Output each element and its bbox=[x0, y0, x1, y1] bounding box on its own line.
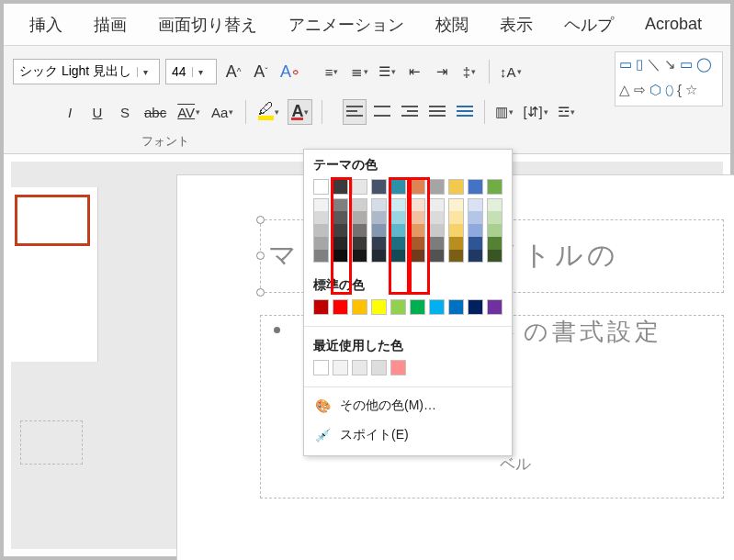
color-swatch[interactable] bbox=[313, 299, 329, 315]
color-swatch[interactable] bbox=[352, 250, 367, 263]
tab-insert[interactable]: 挿入 bbox=[29, 14, 62, 36]
color-swatch[interactable] bbox=[410, 198, 425, 211]
smartart-button[interactable]: ☲▾ bbox=[555, 99, 579, 125]
color-swatch[interactable] bbox=[487, 179, 503, 195]
text-shadow-button[interactable]: S bbox=[114, 99, 136, 125]
align-center-button[interactable] bbox=[370, 99, 394, 125]
eyedropper-item[interactable]: 💉 スポイト(E) bbox=[304, 420, 512, 450]
color-swatch[interactable] bbox=[313, 360, 329, 375]
more-colors-item[interactable]: 🎨 その他の色(M)… bbox=[304, 391, 512, 420]
text-direction-button[interactable]: ↕A▾ bbox=[497, 59, 525, 84]
color-swatch[interactable] bbox=[448, 299, 464, 315]
tab-transitions[interactable]: 画面切り替え bbox=[158, 14, 257, 36]
color-swatch[interactable] bbox=[429, 198, 445, 211]
color-swatch[interactable] bbox=[352, 224, 367, 237]
align-right-button[interactable] bbox=[398, 99, 422, 125]
color-swatch[interactable] bbox=[313, 237, 329, 250]
color-swatch[interactable] bbox=[410, 224, 425, 237]
thumbnail-pane[interactable] bbox=[11, 187, 98, 362]
color-swatch[interactable] bbox=[429, 250, 445, 263]
color-swatch[interactable] bbox=[429, 237, 445, 250]
justify-button[interactable] bbox=[425, 99, 449, 125]
color-swatch[interactable] bbox=[352, 179, 367, 195]
color-swatch[interactable] bbox=[487, 299, 503, 315]
color-swatch[interactable] bbox=[352, 237, 367, 250]
strikethrough-button[interactable]: abc bbox=[141, 99, 169, 125]
bullets-button[interactable]: ≡▾ bbox=[320, 59, 344, 84]
color-swatch[interactable] bbox=[390, 198, 406, 211]
color-swatch[interactable] bbox=[313, 211, 329, 224]
color-swatch[interactable] bbox=[352, 211, 367, 224]
font-name-combo[interactable]: シック Light 見出し ▾ bbox=[13, 59, 160, 84]
color-swatch[interactable] bbox=[371, 179, 387, 195]
color-swatch[interactable] bbox=[468, 250, 483, 263]
color-swatch[interactable] bbox=[410, 250, 425, 263]
color-swatch[interactable] bbox=[410, 237, 425, 250]
align-middle-button[interactable]: [⇵]▾ bbox=[520, 99, 550, 125]
color-swatch[interactable] bbox=[410, 299, 425, 315]
decrease-font-button[interactable]: Aˇ bbox=[250, 59, 272, 84]
color-swatch[interactable] bbox=[333, 179, 348, 195]
color-swatch[interactable] bbox=[390, 211, 406, 224]
tab-help[interactable]: ヘルプ bbox=[564, 14, 614, 36]
decrease-indent-button[interactable]: ⇤ bbox=[402, 59, 426, 84]
resize-handle[interactable] bbox=[256, 216, 265, 224]
color-swatch[interactable] bbox=[487, 224, 503, 237]
line-spacing-button[interactable]: ‡▾ bbox=[457, 59, 481, 84]
color-swatch[interactable] bbox=[390, 179, 406, 195]
list-level-button[interactable]: ☰▾ bbox=[375, 59, 399, 84]
color-swatch[interactable] bbox=[468, 237, 483, 250]
color-swatch[interactable] bbox=[429, 211, 445, 224]
clear-format-button[interactable]: A⭘ bbox=[277, 59, 303, 84]
tab-review[interactable]: 校閲 bbox=[435, 14, 469, 36]
font-color-button[interactable]: A▾ bbox=[288, 99, 312, 125]
color-swatch[interactable] bbox=[371, 198, 387, 211]
resize-handle[interactable] bbox=[256, 288, 265, 297]
color-swatch[interactable] bbox=[371, 211, 387, 224]
color-swatch[interactable] bbox=[333, 299, 348, 315]
color-swatch[interactable] bbox=[448, 250, 464, 263]
tab-view[interactable]: 表示 bbox=[500, 14, 533, 36]
color-swatch[interactable] bbox=[371, 250, 387, 263]
color-swatch[interactable] bbox=[333, 211, 348, 224]
resize-handle[interactable] bbox=[256, 252, 265, 260]
align-left-button[interactable] bbox=[343, 99, 367, 125]
color-swatch[interactable] bbox=[468, 179, 483, 195]
slide-thumbnail-1[interactable] bbox=[15, 195, 90, 246]
tab-draw[interactable]: 描画 bbox=[94, 14, 127, 36]
color-swatch[interactable] bbox=[333, 224, 348, 237]
color-swatch[interactable] bbox=[313, 224, 329, 237]
increase-indent-button[interactable]: ⇥ bbox=[430, 59, 454, 84]
italic-button[interactable]: I bbox=[59, 99, 81, 125]
color-swatch[interactable] bbox=[468, 198, 483, 211]
change-case-button[interactable]: Aa▾ bbox=[209, 99, 236, 125]
tab-animations[interactable]: アニメーション bbox=[288, 14, 404, 36]
color-swatch[interactable] bbox=[371, 360, 387, 375]
color-swatch[interactable] bbox=[390, 224, 406, 237]
columns-button[interactable]: ▥▾ bbox=[492, 99, 516, 125]
color-swatch[interactable] bbox=[468, 211, 483, 224]
color-swatch[interactable] bbox=[429, 179, 445, 195]
numbering-button[interactable]: ≣▾ bbox=[347, 59, 371, 84]
color-swatch[interactable] bbox=[429, 299, 445, 315]
color-swatch[interactable] bbox=[487, 250, 503, 263]
color-swatch[interactable] bbox=[313, 179, 329, 195]
color-swatch[interactable] bbox=[333, 250, 348, 263]
shapes-gallery[interactable]: ▭ ▯ ＼ ↘ ▭ ◯ △ ⇨ ⬡ ⬯ { ☆ bbox=[615, 51, 723, 106]
color-swatch[interactable] bbox=[390, 360, 406, 375]
color-swatch[interactable] bbox=[390, 250, 406, 263]
slide-thumbnail-2[interactable] bbox=[20, 420, 83, 465]
color-swatch[interactable] bbox=[313, 250, 329, 263]
color-swatch[interactable] bbox=[468, 299, 483, 315]
color-swatch[interactable] bbox=[448, 179, 464, 195]
color-swatch[interactable] bbox=[371, 224, 387, 237]
color-swatch[interactable] bbox=[352, 360, 367, 375]
color-swatch[interactable] bbox=[448, 237, 464, 250]
color-swatch[interactable] bbox=[448, 198, 464, 211]
color-swatch[interactable] bbox=[468, 224, 483, 237]
underline-button[interactable]: U bbox=[86, 99, 108, 125]
color-swatch[interactable] bbox=[371, 237, 387, 250]
color-swatch[interactable] bbox=[333, 360, 348, 375]
color-swatch[interactable] bbox=[371, 299, 387, 315]
color-swatch[interactable] bbox=[333, 198, 348, 211]
